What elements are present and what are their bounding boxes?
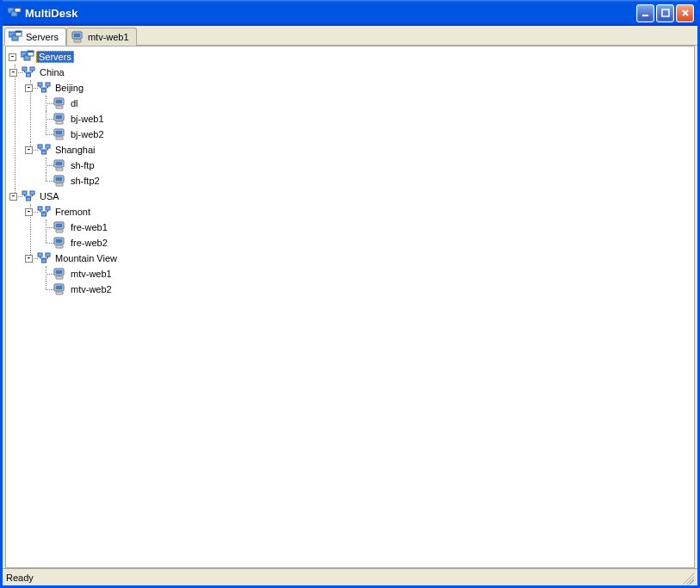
tree-node[interactable]: -USA xyxy=(24,189,694,204)
resize-grip-icon[interactable] xyxy=(681,572,694,585)
minimize-button[interactable] xyxy=(636,4,654,22)
tree-pane[interactable]: -Servers-China-Beijingdlbj-web1bj-web2-S… xyxy=(5,46,695,568)
collapse-icon[interactable]: - xyxy=(9,69,17,77)
no-expander xyxy=(40,239,48,247)
tree-node-label[interactable]: sh-ftp xyxy=(68,159,97,171)
tree-node[interactable]: -Servers xyxy=(9,49,694,65)
tree-node-label[interactable]: Servers xyxy=(36,51,74,63)
tree-node-label[interactable]: mtv-web1 xyxy=(68,268,115,280)
collapse-icon[interactable]: - xyxy=(25,146,33,154)
tree-node[interactable]: dl xyxy=(55,96,694,111)
tree-node[interactable]: bj-web2 xyxy=(55,127,694,142)
tree-node-label[interactable]: mtv-web2 xyxy=(68,283,115,295)
group-icon xyxy=(37,251,51,265)
computer-icon xyxy=(53,112,66,126)
tree-node[interactable]: -Fremont xyxy=(40,204,694,220)
collapse-icon[interactable]: - xyxy=(25,84,33,92)
app-window: MultiDesk Servers mtv-web1 -Servers-Chin… xyxy=(0,0,700,588)
collapse-icon[interactable]: - xyxy=(25,255,33,263)
tree-node-label[interactable]: Mountain View xyxy=(53,252,120,264)
tree-node-label[interactable]: Shanghai xyxy=(53,144,98,156)
computer-icon xyxy=(53,96,66,110)
tree-node[interactable]: sh-ftp2 xyxy=(55,173,694,189)
statusbar: Ready xyxy=(3,568,697,585)
no-expander xyxy=(40,115,48,123)
no-expander xyxy=(40,100,48,108)
tree-node[interactable]: -China xyxy=(24,65,694,80)
tab-servers[interactable]: Servers xyxy=(4,28,66,46)
tree-node[interactable]: -Shanghai xyxy=(40,142,694,158)
server-tree[interactable]: -Servers-China-Beijingdlbj-web1bj-web2-S… xyxy=(9,49,694,297)
computer-icon xyxy=(71,30,84,44)
tree-node[interactable]: -Mountain View xyxy=(40,251,694,266)
tree-node-label[interactable]: fre-web2 xyxy=(68,237,110,249)
tree-node[interactable]: mtv-web1 xyxy=(55,266,694,282)
no-expander xyxy=(40,270,48,278)
computer-icon xyxy=(53,127,66,141)
computer-icon xyxy=(53,267,66,281)
tree-node-label[interactable]: USA xyxy=(37,190,62,202)
tree-node-label[interactable]: bj-web1 xyxy=(68,113,107,125)
servers-icon xyxy=(21,50,34,64)
tabstrip: Servers mtv-web1 xyxy=(3,26,697,46)
no-expander xyxy=(40,162,48,170)
tree-node[interactable]: -Beijing xyxy=(40,80,694,96)
collapse-icon[interactable]: - xyxy=(25,208,33,216)
tree-node[interactable]: fre-web2 xyxy=(55,235,694,251)
window-buttons xyxy=(636,4,694,22)
computer-icon xyxy=(53,282,66,296)
tree-node[interactable]: fre-web1 xyxy=(55,220,694,235)
tab-label: mtv-web1 xyxy=(88,32,129,42)
no-expander xyxy=(40,177,48,185)
computer-icon xyxy=(53,174,66,188)
tree-node-label[interactable]: Beijing xyxy=(53,82,86,94)
window-title: MultiDesk xyxy=(25,7,636,20)
tab-mtv-web1[interactable]: mtv-web1 xyxy=(66,28,137,46)
tree-node-label[interactable]: bj-web2 xyxy=(68,128,107,140)
no-expander xyxy=(40,131,48,139)
group-icon xyxy=(22,189,35,203)
tree-node[interactable]: sh-ftp xyxy=(55,158,694,173)
group-icon xyxy=(37,81,51,95)
status-text: Ready xyxy=(6,573,681,583)
tab-label: Servers xyxy=(26,32,59,42)
tree-node[interactable]: mtv-web2 xyxy=(55,282,694,297)
group-icon xyxy=(37,205,51,219)
tree-node-label[interactable]: China xyxy=(37,66,67,78)
svg-rect-15 xyxy=(662,9,669,16)
tree-node[interactable]: bj-web1 xyxy=(55,111,694,127)
group-icon xyxy=(37,143,51,157)
titlebar[interactable]: MultiDesk xyxy=(3,0,697,26)
tree-node-label[interactable]: fre-web1 xyxy=(68,221,110,233)
collapse-icon[interactable]: - xyxy=(9,53,16,61)
tree-node-label[interactable]: sh-ftp2 xyxy=(68,175,102,187)
computer-icon xyxy=(53,158,66,172)
computer-icon xyxy=(53,236,66,250)
close-button[interactable] xyxy=(676,4,694,22)
computer-icon xyxy=(53,220,66,234)
tree-node-label[interactable]: dl xyxy=(68,97,81,109)
app-icon xyxy=(8,6,22,20)
svg-rect-14 xyxy=(642,15,648,16)
tree-node-label[interactable]: Fremont xyxy=(53,206,93,218)
servers-icon xyxy=(9,30,22,44)
group-icon xyxy=(22,65,35,79)
maximize-button[interactable] xyxy=(656,4,674,22)
no-expander xyxy=(40,286,48,294)
no-expander xyxy=(40,224,48,232)
collapse-icon[interactable]: - xyxy=(9,193,17,201)
